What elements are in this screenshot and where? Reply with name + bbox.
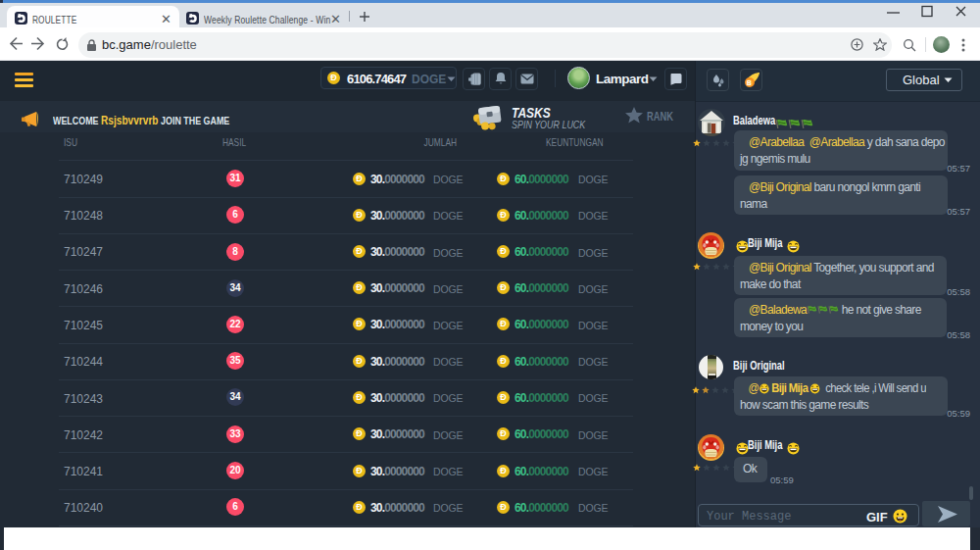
svg-text:B: B xyxy=(747,79,752,86)
